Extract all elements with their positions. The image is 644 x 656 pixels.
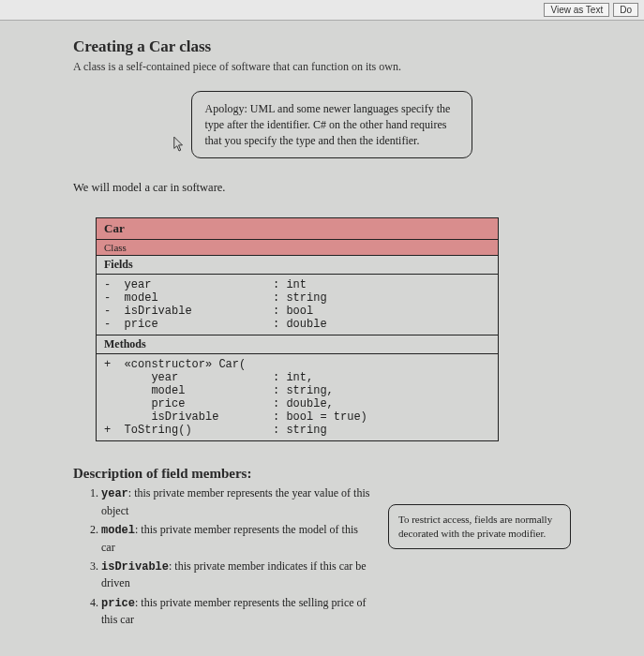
page-title: Creating a Car class — [73, 37, 571, 56]
uml-field-row: - isDrivable: bool — [104, 305, 490, 318]
apology-callout: Apology: UML and some newer languages sp… — [191, 91, 472, 158]
uml-stereotype: Class — [97, 240, 498, 256]
uml-method-right: : double, — [273, 397, 490, 410]
uml-method-left: + «constructor» Car( — [104, 358, 273, 371]
uml-method-row: + «constructor» Car( — [104, 358, 490, 371]
description-term: isDrivable — [101, 560, 169, 574]
uml-field-type: : int — [273, 278, 490, 291]
uml-method-left: year — [104, 371, 273, 384]
uml-methods-label: Methods — [97, 335, 498, 354]
uml-method-row: price: double, — [104, 397, 490, 410]
uml-field-name: - price — [104, 318, 273, 331]
description-text: : this private member represents the sel… — [101, 596, 367, 626]
uml-method-right: : string, — [273, 384, 490, 397]
uml-field-type: : string — [273, 291, 490, 305]
description-wrap: year: this private member represents the… — [73, 485, 571, 631]
uml-methods-body: + «constructor» Car( year: int, model: s… — [97, 354, 498, 440]
description-item: model: this private member represents th… — [101, 522, 371, 556]
uml-method-row: isDrivable: bool = true) — [104, 410, 490, 424]
description-item: year: this private member represents the… — [101, 485, 371, 519]
uml-field-row: - price: double — [104, 318, 490, 331]
uml-method-row: year: int, — [104, 371, 490, 384]
uml-method-left: + ToString() — [104, 424, 273, 437]
uml-method-right: : string — [273, 424, 490, 437]
uml-fields-body: - year: int- model: string- isDrivable: … — [97, 275, 498, 335]
uml-field-type: : double — [273, 318, 490, 331]
document-page: Creating a Car class A class is a self-c… — [0, 21, 644, 656]
uml-field-name: - model — [104, 291, 273, 305]
uml-field-name: - year — [104, 278, 273, 291]
description-text: : this private member represents the mod… — [101, 523, 358, 553]
uml-field-type: : bool — [273, 305, 490, 318]
uml-fields-label: Fields — [97, 256, 498, 275]
apology-row: Apology: UML and some newer languages sp… — [73, 91, 571, 158]
uml-field-row: - year: int — [104, 278, 490, 291]
uml-method-row: + ToString(): string — [104, 424, 490, 437]
description-heading: Description of field members: — [73, 466, 571, 482]
description-item: price: this private member represents th… — [101, 595, 371, 629]
uml-method-right — [273, 358, 490, 371]
uml-method-row: model: string, — [104, 384, 490, 397]
do-button[interactable]: Do — [613, 3, 638, 17]
description-list: year: this private member represents the… — [73, 485, 371, 631]
view-as-text-button[interactable]: View as Text — [544, 3, 609, 17]
uml-method-right: : bool = true) — [273, 410, 490, 424]
description-term: price — [101, 597, 135, 610]
description-item: isDrivable: this private member indicate… — [101, 559, 371, 592]
uml-method-left: price — [104, 397, 273, 410]
description-term: year — [101, 487, 128, 500]
access-aside: To restrict access, fields are normally … — [388, 504, 571, 549]
uml-class-name: Car — [97, 218, 498, 240]
uml-diagram: Car Class Fields - year: int- model: str… — [96, 217, 499, 441]
uml-field-name: - isDrivable — [104, 305, 273, 318]
lead-text: A class is a self-contained piece of sof… — [73, 60, 571, 74]
description-text: : this private member represents the yea… — [101, 486, 369, 516]
modeling-text: We will model a car in software. — [73, 181, 571, 195]
uml-field-row: - model: string — [104, 291, 490, 305]
toolbar: View as Text Do — [0, 0, 644, 21]
uml-method-right: : int, — [273, 371, 490, 384]
uml-method-left: isDrivable — [104, 410, 273, 424]
cursor-icon — [172, 136, 186, 153]
description-term: model — [101, 524, 135, 537]
uml-method-left: model — [104, 384, 273, 397]
